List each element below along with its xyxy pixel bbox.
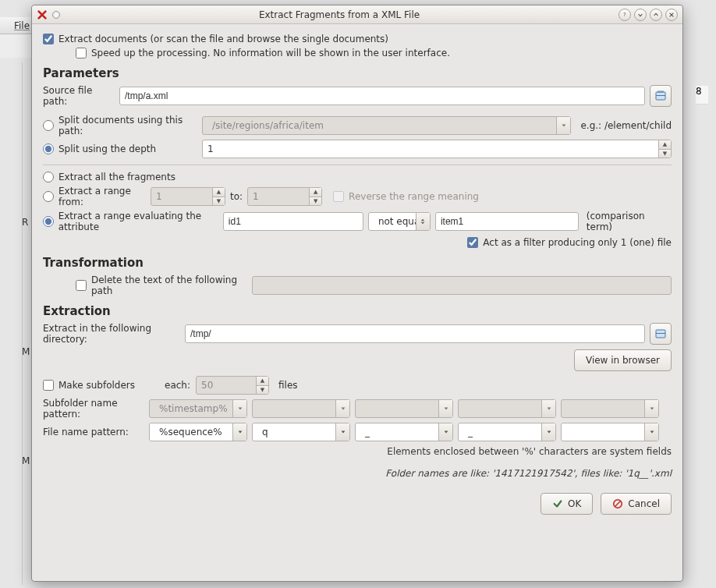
subfolder-pattern-combo-3[interactable] bbox=[355, 399, 453, 418]
speedup-checkbox[interactable] bbox=[76, 48, 87, 58]
files-label: files bbox=[278, 380, 298, 391]
ok-button[interactable]: OK bbox=[541, 493, 593, 515]
cancel-button[interactable]: Cancel bbox=[601, 493, 672, 515]
delete-path-checkbox[interactable] bbox=[76, 280, 87, 291]
filename-pattern-combo-1[interactable]: %sequence% bbox=[149, 423, 247, 441]
extract-all-radio[interactable] bbox=[43, 172, 54, 182]
app-icon bbox=[37, 9, 48, 20]
split-depth-radio[interactable] bbox=[43, 143, 54, 154]
source-path-input[interactable] bbox=[119, 87, 645, 105]
reverse-range-checkbox[interactable] bbox=[333, 191, 344, 202]
parent-truncated-label: R bbox=[22, 217, 28, 228]
chevron-down-icon bbox=[556, 117, 570, 134]
make-subfolders-checkbox[interactable] bbox=[43, 380, 54, 391]
range-to-spin[interactable]: 1 ▲▼ bbox=[247, 187, 322, 206]
close-button[interactable] bbox=[665, 9, 678, 21]
svg-rect-3 bbox=[658, 90, 664, 93]
subfolder-pattern-combo-1[interactable]: %timestamp% bbox=[149, 399, 247, 418]
filename-pattern-combo-2[interactable]: q bbox=[252, 423, 350, 441]
browse-dir-button[interactable] bbox=[650, 323, 672, 345]
view-in-browser-button[interactable]: View in browser bbox=[574, 349, 672, 371]
titlebar: Extract Fragments from a XML File ? bbox=[32, 5, 682, 24]
subfolder-pattern-combo-2[interactable] bbox=[252, 399, 350, 418]
dialog-title: Extract Fragments from a XML File bbox=[60, 9, 619, 20]
parent-toolbar bbox=[0, 34, 31, 58]
subfolder-pattern-combo-5[interactable] bbox=[561, 399, 659, 418]
source-path-label: Source file path: bbox=[43, 85, 115, 107]
split-path-radio[interactable] bbox=[43, 120, 54, 131]
comparison-term-label: (comparison term) bbox=[587, 211, 672, 232]
parameters-heading: Parameters bbox=[43, 66, 672, 80]
parent-truncated-label: M bbox=[22, 346, 30, 357]
split-depth-spin[interactable]: 1 ▲▼ bbox=[202, 140, 672, 158]
transformation-heading: Transformation bbox=[43, 256, 672, 270]
extraction-heading: Extraction bbox=[43, 304, 672, 318]
delete-path-label: Delete the text of the following path bbox=[91, 275, 247, 296]
help-button[interactable]: ? bbox=[619, 9, 631, 21]
spin-up-icon[interactable]: ▲ bbox=[659, 140, 671, 150]
make-subfolders-label: Make subfolders bbox=[58, 380, 160, 391]
extract-documents-checkbox[interactable] bbox=[43, 34, 54, 44]
titlebar-dot-icon bbox=[52, 11, 60, 19]
naming-example-hint: Folder names are like: '1417121917542', … bbox=[43, 468, 672, 479]
filter-one-file-label: Act as a filter producing only 1 (one) f… bbox=[483, 237, 672, 248]
minimize-button[interactable] bbox=[634, 9, 647, 21]
maximize-button[interactable] bbox=[650, 9, 662, 21]
extract-attr-label: Extract a range evaluating the attribute bbox=[58, 211, 218, 232]
spin-down-icon[interactable]: ▼ bbox=[659, 150, 671, 158]
comparison-combo[interactable]: not equal bbox=[368, 212, 431, 231]
extract-dir-label: Extract in the following directory: bbox=[43, 323, 180, 345]
extract-all-label: Extract all the fragments bbox=[58, 172, 175, 182]
filename-pattern-combo-5[interactable] bbox=[561, 423, 659, 441]
updown-icon bbox=[416, 213, 430, 230]
extract-range-radio[interactable] bbox=[43, 191, 54, 202]
system-fields-hint: Elements enclosed between '%' characters… bbox=[43, 446, 672, 457]
parent-truncated-label: M bbox=[22, 455, 30, 466]
check-icon bbox=[552, 498, 563, 509]
delete-path-input[interactable] bbox=[252, 276, 672, 295]
range-from-spin[interactable]: 1 ▲▼ bbox=[151, 187, 225, 206]
attr-name-input[interactable] bbox=[223, 212, 363, 231]
svg-rect-2 bbox=[656, 95, 665, 96]
subfolder-pattern-label: Subfolder name pattern: bbox=[43, 398, 144, 420]
browse-source-button[interactable] bbox=[650, 85, 672, 107]
svg-line-7 bbox=[615, 501, 621, 507]
range-to-label: to: bbox=[230, 191, 243, 202]
attr-value-input[interactable] bbox=[435, 212, 579, 231]
cancel-icon bbox=[612, 498, 623, 509]
split-depth-label: Split using the depth bbox=[58, 143, 197, 154]
extract-documents-label: Extract documents (or scan the file and … bbox=[58, 34, 388, 44]
filename-pattern-combo-4[interactable]: _ bbox=[458, 423, 556, 441]
filename-pattern-combo-3[interactable]: _ bbox=[355, 423, 453, 441]
split-path-combo[interactable]: /site/regions/africa/item bbox=[202, 116, 571, 135]
svg-rect-5 bbox=[656, 333, 665, 334]
each-label: each: bbox=[165, 380, 191, 391]
filename-pattern-label: File name pattern: bbox=[43, 427, 144, 437]
subfolder-pattern-combo-4[interactable] bbox=[458, 399, 556, 418]
filter-one-file-checkbox[interactable] bbox=[467, 237, 478, 248]
split-path-label: Split documents using this path: bbox=[58, 115, 197, 136]
parent-right-panel: 8 bbox=[696, 62, 708, 585]
each-spin[interactable]: 50 ▲▼ bbox=[196, 376, 269, 395]
split-path-hint: e.g.: /element/child bbox=[580, 120, 672, 131]
parent-left-border bbox=[22, 62, 31, 585]
extract-attr-radio[interactable] bbox=[43, 216, 54, 227]
parent-menubar: File bbox=[0, 17, 31, 34]
speedup-label: Speed up the processing. No information … bbox=[91, 48, 450, 58]
svg-text:?: ? bbox=[623, 12, 626, 18]
extract-range-label: Extract a range from: bbox=[58, 186, 146, 207]
extract-dir-input[interactable] bbox=[185, 324, 645, 343]
extract-fragments-dialog: Extract Fragments from a XML File ? Extr… bbox=[31, 5, 683, 582]
reverse-range-label: Reverse the range meaning bbox=[349, 191, 479, 202]
